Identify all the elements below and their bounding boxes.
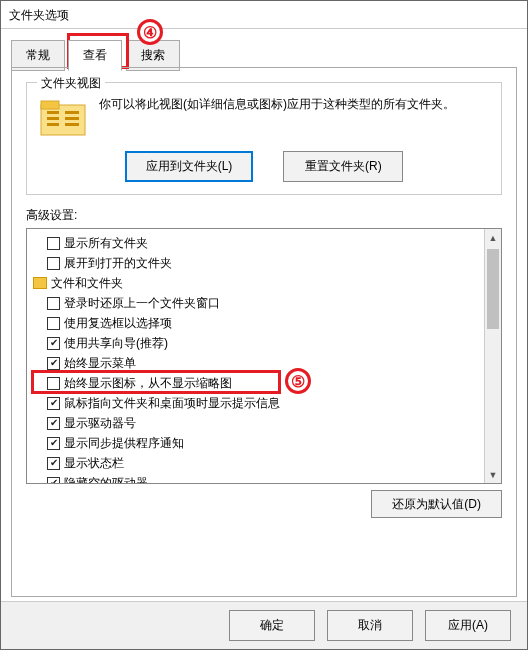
tree-item-label: 使用复选框以选择项 [64, 313, 172, 333]
svg-rect-7 [65, 123, 79, 126]
ok-button[interactable]: 确定 [229, 610, 315, 641]
folder-view-group: 文件夹视图 你可以将此视图 [26, 82, 502, 195]
cancel-button[interactable]: 取消 [327, 610, 413, 641]
checkbox[interactable] [47, 417, 60, 430]
tree-item-label: 始终显示菜单 [64, 353, 136, 373]
tab-panel-view: 文件夹视图 你可以将此视图 [11, 67, 517, 597]
tree-item-label: 显示状态栏 [64, 453, 124, 473]
tree-item-label: 展开到打开的文件夹 [64, 253, 172, 273]
tree-item-label: 文件和文件夹 [51, 273, 123, 293]
tab-view[interactable]: 查看 [68, 40, 122, 71]
tree-scrollbar[interactable]: ▲ ▼ [484, 229, 501, 483]
checkbox[interactable] [47, 457, 60, 470]
checkbox[interactable] [47, 237, 60, 250]
folder-view-group-title: 文件夹视图 [37, 75, 105, 92]
tree-item-label: 显示同步提供程序通知 [64, 433, 184, 453]
svg-rect-6 [65, 117, 79, 120]
svg-rect-2 [47, 111, 59, 114]
svg-rect-5 [65, 111, 79, 114]
checkbox[interactable] [47, 397, 60, 410]
tree-checkbox-row[interactable]: 登录时还原上一个文件夹窗口 [33, 293, 484, 313]
scroll-down-icon[interactable]: ▼ [485, 466, 501, 483]
tree-item-label: 隐藏空的驱动器 [64, 473, 148, 483]
scroll-up-icon[interactable]: ▲ [485, 229, 501, 246]
dialog-button-bar: 确定 取消 应用(A) [1, 601, 527, 649]
tab-strip: 常规 查看 搜索 ④ [11, 39, 517, 67]
apply-to-folders-button[interactable]: 应用到文件夹(L) [125, 151, 254, 182]
tree-checkbox-row[interactable]: 使用共享向导(推荐) [33, 333, 484, 353]
advanced-settings-list[interactable]: 显示所有文件夹展开到打开的文件夹文件和文件夹登录时还原上一个文件夹窗口使用复选框… [27, 229, 484, 483]
restore-defaults-button[interactable]: 还原为默认值(D) [371, 490, 502, 518]
tree-checkbox-row[interactable]: 显示状态栏 [33, 453, 484, 473]
svg-rect-4 [47, 123, 59, 126]
checkbox[interactable] [47, 297, 60, 310]
folder-view-desc: 你可以将此视图(如详细信息或图标)应用于这种类型的所有文件夹。 [99, 95, 489, 113]
tree-checkbox-row[interactable]: 显示同步提供程序通知 [33, 433, 484, 453]
tree-checkbox-row[interactable]: 显示所有文件夹 [33, 233, 484, 253]
svg-rect-3 [47, 117, 59, 120]
svg-rect-1 [41, 101, 59, 109]
advanced-settings-tree: 显示所有文件夹展开到打开的文件夹文件和文件夹登录时还原上一个文件夹窗口使用复选框… [26, 228, 502, 484]
folder-options-window: 文件夹选项 常规 查看 搜索 ④ 文件夹视图 [0, 0, 528, 650]
tree-checkbox-row[interactable]: 隐藏空的驱动器 [33, 473, 484, 483]
tree-item-label: 显示驱动器号 [64, 413, 136, 433]
window-content: 常规 查看 搜索 ④ 文件夹视图 [1, 29, 527, 597]
checkbox[interactable] [47, 257, 60, 270]
tree-item-label: 始终显示图标，从不显示缩略图 [64, 373, 232, 393]
checkbox[interactable] [47, 317, 60, 330]
tree-checkbox-row[interactable]: 展开到打开的文件夹 [33, 253, 484, 273]
folder-view-icon [39, 95, 87, 139]
tree-checkbox-row[interactable]: 鼠标指向文件夹和桌面项时显示提示信息 [33, 393, 484, 413]
checkbox[interactable] [47, 377, 60, 390]
tree-item-label: 登录时还原上一个文件夹窗口 [64, 293, 220, 313]
checkbox[interactable] [47, 357, 60, 370]
tree-checkbox-row[interactable]: 使用复选框以选择项 [33, 313, 484, 333]
tree-category: 文件和文件夹 [33, 273, 484, 293]
tree-checkbox-row[interactable]: 始终显示图标，从不显示缩略图 [33, 373, 484, 393]
apply-button[interactable]: 应用(A) [425, 610, 511, 641]
checkbox[interactable] [47, 337, 60, 350]
checkbox[interactable] [47, 437, 60, 450]
tree-checkbox-row[interactable]: 显示驱动器号 [33, 413, 484, 433]
scroll-thumb[interactable] [487, 249, 499, 329]
advanced-settings-label: 高级设置: [26, 207, 502, 224]
reset-folders-button[interactable]: 重置文件夹(R) [283, 151, 403, 182]
tree-item-label: 显示所有文件夹 [64, 233, 148, 253]
window-title: 文件夹选项 [1, 1, 527, 29]
tree-item-label: 使用共享向导(推荐) [64, 333, 168, 353]
tree-item-label: 鼠标指向文件夹和桌面项时显示提示信息 [64, 393, 280, 413]
tree-checkbox-row[interactable]: 始终显示菜单 [33, 353, 484, 373]
folder-icon [33, 277, 47, 289]
checkbox[interactable] [47, 477, 60, 484]
